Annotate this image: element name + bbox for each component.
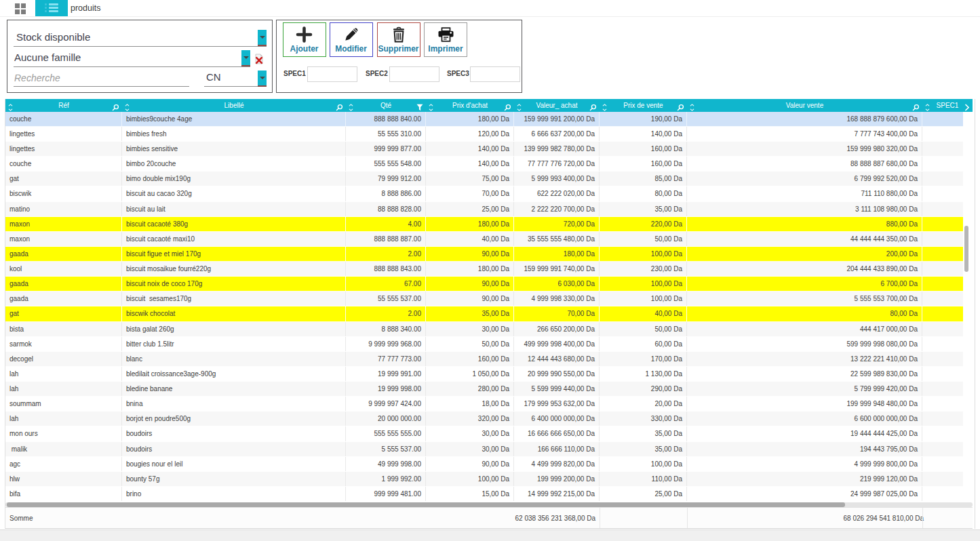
cell-prix_vente: 35,00 Da — [600, 426, 687, 441]
cell-prix_achat: 50,00 Da — [426, 337, 514, 351]
cell-prix_achat: 15,00 Da — [426, 487, 514, 501]
table-row[interactable]: bistabista galat 260g8 888 340.0030,00 D… — [5, 322, 963, 337]
table-row[interactable]: gatbiscwik chocolat2.0035,00 Da70,00 Da4… — [5, 306, 963, 321]
vertical-scrollbar-thumb[interactable] — [964, 226, 968, 272]
column-header-qte[interactable]: Qté — [346, 99, 426, 112]
column-header-libelle[interactable]: Libellé — [122, 99, 346, 112]
cell-spec1 — [922, 262, 963, 276]
table-row[interactable]: bifabrino999 999 481.0015,00 Da14 999 99… — [5, 487, 963, 502]
dropdown-arrow-icon[interactable] — [258, 71, 267, 87]
summary-row: Somme 62 038 356 231 368,00 Da 68 026 29… — [5, 507, 973, 529]
table-row[interactable]: couchebimbo 20couche555 555 548.00140,00… — [5, 157, 963, 172]
cell-prix_achat: 90,00 Da — [426, 292, 514, 306]
cell-spec1 — [922, 487, 963, 501]
table-row[interactable]: gaadabiscuit noix de coco 170g67.0090,00… — [5, 277, 963, 292]
cell-spec1 — [922, 172, 963, 186]
cell-valeur_achat: 16 666 666 650,00 Da — [514, 426, 600, 441]
table-row[interactable]: koolbiscuit mosaikue fourré220g888 888 8… — [5, 262, 963, 277]
table-row[interactable]: maxonbiscuit cacaoté maxi10888 888 887.0… — [5, 232, 963, 247]
cell-qte: 2.00 — [346, 247, 426, 261]
column-header-valeur_vente[interactable]: Valeur vente — [687, 99, 922, 112]
cell-ref: couche — [5, 112, 122, 126]
table-row[interactable]: sarmokbitter club 1.5litr9 999 999 968.0… — [5, 337, 963, 352]
cell-valeur_vente: 6 700,00 Da — [687, 277, 922, 291]
cell-spec1 — [922, 426, 963, 441]
table-row[interactable]: couchebimbies9couche 4age888 888 840.001… — [5, 112, 963, 127]
cell-valeur_vente: 880,00 Da — [687, 217, 922, 231]
modifier-button[interactable]: Modifier — [330, 22, 373, 57]
column-header-valeur_achat[interactable]: Valeur_ achat — [514, 99, 600, 112]
cell-valeur_vente: 204 444 433 890,00 Da — [687, 262, 922, 276]
cell-ref: gat — [5, 172, 122, 186]
button-label: Imprimer — [428, 44, 463, 54]
cell-qte: 2.00 — [346, 306, 426, 321]
spec2-input[interactable] — [389, 66, 439, 82]
chevron-right-icon[interactable] — [964, 102, 970, 114]
cell-prix_vente: 80,00 Da — [600, 186, 687, 201]
table-row[interactable]: soummambnina9 999 997 424.0018,00 Da179 … — [5, 397, 963, 412]
table-row[interactable]: hlwbounty 57g1 999 992.00100,00 Da199 99… — [5, 472, 963, 487]
table-row[interactable]: maxonbiscuit cacaoté 380g4.00180,00 Da72… — [5, 217, 963, 232]
cell-prix_achat: 18,00 Da — [426, 397, 514, 411]
table-row[interactable]: gaadabiscuit figue et miel 170g2.0090,00… — [5, 247, 963, 262]
cell-valeur_achat: 166 666 110,00 Da — [514, 442, 600, 456]
cell-ref: couche — [5, 157, 122, 171]
tab-produits[interactable] — [35, 0, 68, 16]
cell-valeur_achat: 6 666 637 200,00 Da — [514, 127, 600, 141]
dropdown-arrow-icon[interactable] — [241, 50, 250, 66]
cell-qte: 555 555 555.00 — [346, 426, 426, 441]
search-input[interactable]: Recherche — [14, 73, 60, 83]
stock-select-value[interactable]: Stock disponible — [16, 31, 90, 43]
table-row[interactable]: lahbledine banane19 999 998.00280,00 Da5… — [5, 382, 963, 397]
table-row[interactable]: decogelblanc77 777 773.00160,00 Da12 444… — [5, 352, 963, 367]
ajouter-button[interactable]: Ajouter — [283, 22, 326, 57]
column-header-prix_vente[interactable]: Prix de vente — [600, 99, 687, 112]
table-row[interactable]: agcbougies nour el leil49 999 998.0090,0… — [5, 457, 963, 472]
table-row[interactable]: gatbimo double mix190g79 999 912.0075,00… — [5, 172, 963, 186]
table-row[interactable]: malikboudoirs5 555 537.0030,00 Da166 666… — [5, 442, 963, 457]
table-row[interactable]: lingettesbimbies fresh55 555 310.00120,0… — [5, 127, 963, 142]
cell-prix_vente: 220,00 Da — [600, 217, 687, 231]
cell-valeur_achat: 5 599 999 440,00 Da — [514, 382, 600, 396]
cell-ref: lingettes — [5, 142, 122, 156]
cell-prix_achat: 75,00 Da — [426, 172, 514, 186]
cell-ref: mon ours — [5, 426, 122, 441]
cell-valeur_vente: 168 888 879 600,00 Da — [687, 112, 922, 126]
imprimer-button[interactable]: Imprimer — [424, 22, 467, 57]
cell-valeur_vente: 44 444 444 350,00 Da — [687, 232, 922, 246]
cell-valeur_achat: 70,00 Da — [514, 306, 600, 321]
column-header-spec1[interactable]: SPEC1 — [922, 99, 973, 112]
table-row[interactable]: lingettesbimbies sensitive999 999 877.00… — [5, 142, 963, 157]
table-row[interactable]: biscwikbiscuit au cacao 320g8 888 886.00… — [5, 186, 963, 201]
apps-grid-icon[interactable] — [15, 3, 26, 14]
dropdown-arrow-icon[interactable] — [258, 30, 267, 46]
table-row[interactable]: lahborjot en poudre500g20 000 000.00320,… — [5, 412, 963, 426]
cell-prix_vente: 60,00 Da — [600, 337, 687, 351]
cell-valeur_achat: 622 222 020,00 Da — [514, 186, 600, 201]
cell-prix_achat: 160,00 Da — [426, 352, 514, 366]
column-header-prix_achat[interactable]: Prix d'achat — [426, 99, 514, 112]
cell-qte: 5 555 537.00 — [346, 442, 426, 456]
table-row[interactable]: lahbledilait croissance3age-900g19 999 9… — [5, 367, 963, 382]
cell-prix_achat: 70,00 Da — [426, 186, 514, 201]
cell-prix_vente: 85,00 Da — [600, 172, 687, 186]
horizontal-scrollbar-thumb[interactable] — [7, 502, 845, 507]
cell-libelle: biscwik chocolat — [122, 306, 346, 321]
cell-qte: 20 000 000.00 — [346, 412, 426, 426]
column-title: Prix de vente — [623, 102, 663, 109]
clear-filter-icon[interactable] — [255, 54, 263, 64]
table-row[interactable]: matinobiscuit au lait88 888 828.0025,00 … — [5, 202, 963, 217]
cell-qte: 1 999 992.00 — [346, 472, 426, 486]
spec1-input[interactable] — [307, 66, 357, 82]
cell-valeur_achat: 77 777 776 720,00 Da — [514, 157, 600, 171]
famille-select-value[interactable]: Aucune famille — [14, 52, 81, 63]
pencil-icon — [343, 26, 359, 43]
table-row[interactable]: gaadabiscuit sesames170g55 555 537.0090,… — [5, 292, 963, 306]
spec3-input[interactable] — [470, 66, 520, 82]
column-header-ref[interactable]: Réf — [5, 99, 122, 112]
cn-select-value[interactable]: CN — [206, 71, 221, 83]
cell-spec1 — [922, 352, 963, 366]
column-title: Qté — [380, 102, 391, 109]
supprimer-button[interactable]: Supprimer — [377, 22, 420, 57]
table-row[interactable]: mon oursboudoirs555 555 555.0030,00 Da16… — [5, 426, 963, 441]
